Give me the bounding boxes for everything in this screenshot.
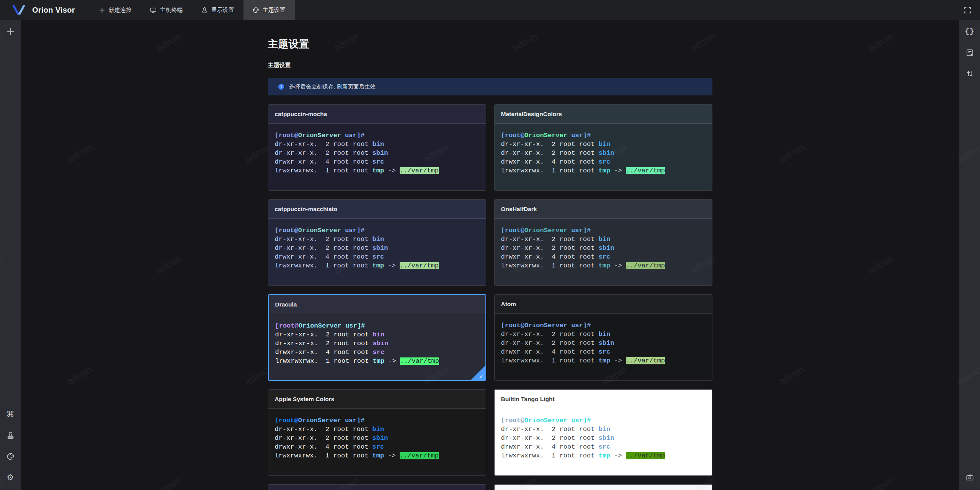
theme-card-title: OneHalfDark (495, 200, 712, 219)
top-header: Orion Visor 新建连接 主机终端 显示设置 主题设置 (0, 0, 980, 20)
app-window: Orion Visor 新建连接 主机终端 显示设置 主题设置 (0, 0, 980, 490)
theme-card[interactable]: Dracula [root@OrionServer usr]# dr-xr-xr… (268, 294, 486, 381)
theme-card-title: catppuccin-macchiato (268, 200, 486, 219)
symlink-highlight: ../var/tmp (400, 167, 439, 174)
stamp-icon[interactable] (4, 429, 17, 442)
theme-terminal-preview: [root@OrionServer usr]# dr-xr-xr-x. 2 ro… (268, 409, 486, 467)
brand: Orion Visor (0, 0, 90, 20)
header-tabs: 新建连接 主机终端 显示设置 主题设置 (90, 0, 295, 20)
document-bookmark-icon[interactable] (963, 46, 976, 59)
theme-card[interactable]: catppuccin-mocha [root@OrionServer usr]#… (268, 104, 486, 191)
palette-icon (253, 7, 259, 13)
symlink-highlight: ../var/tmp (626, 262, 665, 269)
check-icon: ✓ (479, 373, 484, 379)
theme-terminal-preview: [root@OrionServer usr]# dr-xr-xr-x. 2 ro… (495, 314, 712, 372)
symlink-highlight: ../var/tmp (626, 357, 665, 364)
theme-card[interactable]: Builtin Tango Light [root@OrionServer us… (494, 389, 712, 476)
theme-card[interactable]: catppuccin-macchiato [root@OrionServer u… (268, 199, 486, 286)
theme-terminal-preview: [root@OrionServer usr]# dr-xr-xr-x. 2 ro… (268, 124, 486, 182)
right-sidebar: {} (959, 20, 980, 490)
main-area: 主题设置 主题设置 选择后会立刻保存, 刷新页面后生效 catppuccin-m… (21, 20, 959, 490)
tab-new-connection[interactable]: 新建连接 (90, 0, 141, 20)
info-icon (278, 84, 284, 90)
theme-card[interactable]: MaterialDesignColors [root@OrionServer u… (494, 104, 712, 191)
symlink-highlight: ../var/tmp (400, 452, 439, 459)
theme-terminal-preview: [root@OrionServer usr]# dr-xr-xr-x. 2 ro… (268, 219, 486, 277)
left-sidebar: ⌘ ⚙ (0, 20, 21, 490)
theme-card[interactable]: OneHalfDark [root@OrionServer usr]# dr-x… (494, 199, 712, 286)
theme-terminal-preview: [root@OrionServer usr]# dr-xr-xr-x. 2 ro… (269, 314, 485, 373)
camera-icon[interactable] (963, 471, 976, 484)
alert-text: 选择后会立刻保存, 刷新页面后生效 (289, 83, 376, 90)
orion-visor-logo-icon (11, 5, 27, 15)
monitor-icon (150, 7, 157, 13)
theme-terminal-preview: [root@OrionServer usr]# dr-xr-xr-x. 2 ro… (495, 124, 712, 182)
theme-card-partial[interactable] (268, 484, 486, 490)
theme-card-title: Builtin Tango Light (495, 390, 712, 409)
symlink-highlight: ../var/tmp (400, 262, 439, 269)
theme-card-title: catppuccin-mocha (268, 105, 486, 124)
tab-host-terminal[interactable]: 主机终端 (141, 0, 192, 20)
command-icon[interactable]: ⌘ (4, 408, 17, 421)
tab-display-settings[interactable]: 显示设置 (192, 0, 243, 20)
plus-icon (99, 7, 105, 13)
fullscreen-icon[interactable] (961, 3, 974, 16)
theme-card[interactable]: Apple System Colors [root@OrionServer us… (268, 389, 486, 476)
tab-theme-settings[interactable]: 主题设置 (243, 0, 295, 20)
app-title: Orion Visor (32, 6, 75, 15)
theme-card-title: Atom (495, 295, 712, 314)
palette-icon[interactable] (4, 450, 17, 463)
theme-card-title: Apple System Colors (268, 390, 486, 409)
symlink-highlight: ../var/tmp (626, 452, 665, 459)
theme-card-title: MaterialDesignColors (495, 105, 712, 124)
braces-icon[interactable]: {} (963, 25, 976, 38)
theme-grid: catppuccin-mocha [root@OrionServer usr]#… (268, 104, 712, 490)
symlink-highlight: ../var/tmp (626, 167, 665, 174)
page-title: 主题设置 (268, 38, 712, 51)
stamp-icon (201, 7, 208, 13)
theme-terminal-preview: [root@OrionServer usr]# dr-xr-xr-x. 2 ro… (495, 219, 712, 277)
info-alert: 选择后会立刻保存, 刷新页面后生效 (268, 78, 712, 95)
theme-card-partial[interactable] (494, 484, 712, 490)
plus-icon[interactable] (4, 25, 17, 38)
theme-terminal-preview: [root@OrionServer usr]# dr-xr-xr-x. 2 ro… (495, 409, 712, 467)
symlink-highlight: ../var/tmp (400, 357, 439, 365)
swap-vertical-icon[interactable] (963, 67, 976, 80)
theme-card-title: Dracula (269, 295, 485, 314)
gear-icon[interactable]: ⚙ (4, 471, 17, 484)
theme-card[interactable]: Atom [root@OrionServer usr]# dr-xr-xr-x.… (494, 294, 712, 381)
section-title: 主题设置 (268, 61, 712, 69)
header-right (961, 0, 980, 20)
